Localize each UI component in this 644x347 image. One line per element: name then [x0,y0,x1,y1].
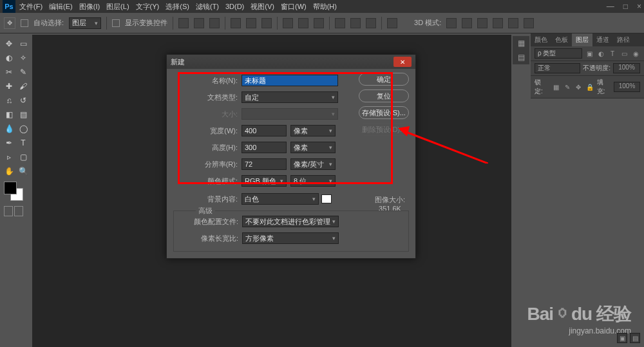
menu-type[interactable]: 文字(Y) [136,2,160,12]
menu-3d[interactable]: 3D(D) [225,3,244,10]
preset-select[interactable]: 自定 [242,91,338,103]
3d-icon-4[interactable] [493,18,503,28]
eraser-tool[interactable]: ◧ [3,108,15,121]
filter-icon-3[interactable]: T [608,49,617,58]
3d-icon-1[interactable] [446,18,457,28]
move-tool[interactable]: ✥ [3,37,15,50]
brush-tool[interactable]: 🖌 [17,80,30,93]
dist-icon-3[interactable] [314,18,324,28]
crop-tool[interactable]: ✂ [3,66,15,79]
close-icon[interactable]: × [637,2,641,11]
corner-icon-2[interactable]: ▤ [630,333,640,343]
profile-select[interactable]: 不要对此文档进行色彩管理 [242,216,339,227]
path-tool[interactable]: ▹ [3,151,15,164]
3d-icon-3[interactable] [477,18,488,28]
dist-icon-5[interactable] [350,18,361,28]
tab-paths[interactable]: 路径 [613,33,634,46]
menu-filter[interactable]: 滤镜(T) [196,2,219,12]
align-icon-3[interactable] [209,18,220,28]
filter-icon-4[interactable]: ▭ [620,49,629,58]
width-input[interactable] [242,125,287,136]
lasso-tool[interactable]: ◐ [3,52,15,64]
menu-select[interactable]: 选择(S) [166,2,189,12]
type-tool[interactable]: T [17,136,30,149]
maximize-icon[interactable]: □ [623,2,628,11]
align-icon-5[interactable] [246,18,256,28]
dialog-close-icon[interactable]: ✕ [393,57,412,67]
dist-icon-7[interactable] [387,18,397,28]
width-unit[interactable]: 像素 [290,125,336,136]
color-swatch[interactable] [4,182,23,201]
dialog-titlebar[interactable]: 新建 ✕ [167,55,415,69]
tab-layers[interactable]: 图层 [572,33,592,46]
filter-icon-1[interactable]: ▣ [585,49,594,58]
history-panel-icon[interactable]: ▦ [513,36,529,50]
history-tool[interactable]: ↺ [17,94,30,107]
menu-view[interactable]: 视图(V) [251,2,274,12]
menu-edit[interactable]: 编辑(E) [49,2,73,12]
lock-pos-icon[interactable]: ✥ [574,82,583,91]
blur-tool[interactable]: 💧 [3,122,15,135]
height-input[interactable] [242,142,287,153]
fill-input[interactable]: 100% [614,82,640,92]
pen-tool[interactable]: ✒ [3,136,15,149]
filter-icon-2[interactable]: ◐ [596,49,605,58]
bg-select[interactable]: 白色 [242,193,319,205]
save-preset-button[interactable]: 存储预设(S)... [359,106,409,119]
menu-file[interactable]: 文件(F) [19,2,43,12]
tab-swatches[interactable]: 色板 [551,33,572,46]
opacity-input[interactable]: 100% [613,63,640,73]
bg-color-preview[interactable] [321,194,332,203]
shape-tool[interactable]: ▢ [17,151,30,164]
autoselect-target[interactable]: 图层 [69,17,101,29]
dodge-tool[interactable]: ◯ [17,122,30,135]
stamp-tool[interactable]: ⎌ [3,94,15,107]
tab-channels[interactable]: 通道 [592,33,613,46]
3d-icon-2[interactable] [462,18,472,28]
mode-select[interactable]: RGB 颜色 [242,175,287,187]
heal-tool[interactable]: ✚ [3,80,15,93]
aspect-select[interactable]: 方形像素 [242,232,339,244]
gradient-tool[interactable]: ▤ [17,108,30,121]
dist-icon-1[interactable] [283,18,293,28]
menu-window[interactable]: 窗口(W) [281,2,307,12]
menu-help[interactable]: 帮助(H) [313,2,337,12]
hand-tool[interactable]: ✋ [3,165,15,178]
dist-icon-2[interactable] [298,18,308,28]
depth-select[interactable]: 8 位 [290,175,336,187]
lock-brush-icon[interactable]: ✎ [563,82,572,91]
menu-image[interactable]: 图像(I) [79,2,100,12]
marquee-tool[interactable]: ▭ [17,37,30,50]
actions-panel-icon[interactable]: ▤ [513,50,529,64]
move-tool-icon[interactable]: ✥ [4,17,15,29]
collapsed-panels[interactable]: ▦ ▤ [513,36,529,64]
res-unit[interactable]: 像素/英寸 [290,158,336,170]
lock-all-icon[interactable]: 🔒 [585,82,594,91]
lock-pixels-icon[interactable]: ▦ [551,82,560,91]
corner-icon-1[interactable]: ▣ [617,333,627,343]
eyedropper-tool[interactable]: ✎ [17,66,30,79]
fg-color[interactable] [4,182,17,194]
res-input[interactable] [242,158,287,170]
align-icon-2[interactable] [194,18,204,28]
filter-icon-5[interactable]: ◉ [631,49,640,58]
dist-icon-6[interactable] [366,18,376,28]
dist-icon-4[interactable] [335,18,345,28]
zoom-tool[interactable]: 🔍 [17,165,30,178]
align-icon-4[interactable] [231,18,241,28]
3d-icon-6[interactable] [524,18,534,28]
wand-tool[interactable]: ✧ [17,52,30,64]
tab-color[interactable]: 颜色 [531,33,551,46]
height-unit[interactable]: 像素 [290,142,336,153]
minimize-icon[interactable]: — [607,2,614,11]
blend-select[interactable]: 正常 [535,63,580,73]
ok-button[interactable]: 确定 [359,73,409,86]
align-icon-1[interactable] [178,18,189,28]
autoselect-checkbox[interactable] [21,19,28,27]
3d-icon-5[interactable] [508,18,518,28]
reset-button[interactable]: 复位 [359,89,409,102]
quickmask-icons[interactable] [4,206,23,218]
align-icon-6[interactable] [261,18,272,28]
kind-filter[interactable]: ρ 类型 [535,48,582,59]
name-input[interactable] [242,75,338,86]
